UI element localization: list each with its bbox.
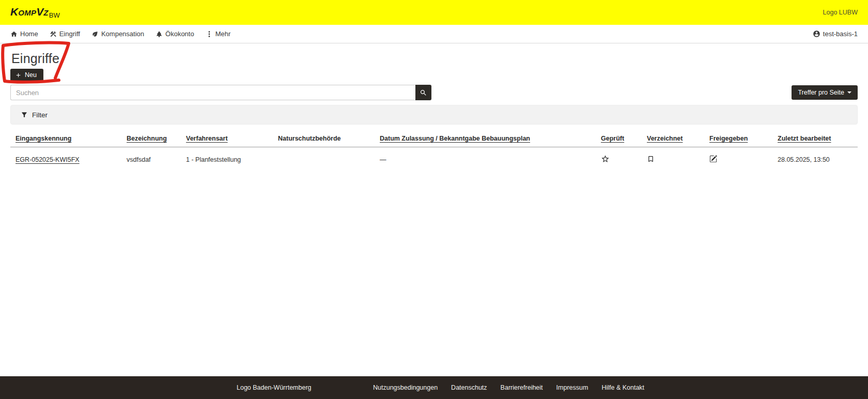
column-header-eingangskennung: Eingangskennung <box>10 129 121 147</box>
filter-icon <box>21 111 28 118</box>
user-menu[interactable]: test-basis-1 <box>813 30 858 38</box>
more-vert-icon <box>206 30 213 38</box>
nav-item-label: Mehr <box>215 30 231 38</box>
table-header-row: Eingangskennung Bezeichnung Verfahrensar… <box>10 129 858 147</box>
sort-link[interactable]: Bezeichnung <box>127 135 167 142</box>
footer-link-datenschutz[interactable]: Datenschutz <box>451 384 487 391</box>
sort-link[interactable]: Eingangskennung <box>16 135 71 142</box>
table-row: EGR-052025-KWI5FX vsdfsdaf 1 - Planfests… <box>10 147 858 172</box>
nav-item-kompensation[interactable]: Kompensation <box>91 30 144 38</box>
edit-square-icon[interactable] <box>709 155 717 163</box>
sort-link[interactable]: Zuletzt bearbeitet <box>778 135 831 142</box>
chevron-down-icon <box>847 91 851 94</box>
plus-icon <box>15 72 22 79</box>
footer-link-nutzungsbedingungen[interactable]: Nutzungsbedingungen <box>373 384 438 391</box>
nav-item-eingriff[interactable]: Eingriff <box>50 30 80 38</box>
column-header-datum-zulassung: Datum Zulassung / Bekanntgabe Bebauungsp… <box>375 129 596 147</box>
leaf-icon <box>91 30 99 38</box>
nav-item-label: Kompensation <box>101 30 144 38</box>
footer-link-hilfe-kontakt[interactable]: Hilfe & Kontakt <box>601 384 644 391</box>
nav-item-oekokonto[interactable]: Ökokonto <box>156 30 194 38</box>
sort-link[interactable]: Verfahrensart <box>186 135 228 142</box>
new-button[interactable]: Neu <box>10 69 43 81</box>
column-header-verfahrensart: Verfahrensart <box>181 129 273 147</box>
nav-item-mehr[interactable]: Mehr <box>206 30 231 38</box>
sort-link[interactable]: Geprüft <box>601 135 624 142</box>
cell-verfahrensart: 1 - Planfeststellung <box>181 147 273 172</box>
footer-link-barrierefreiheit[interactable]: Barrierefreiheit <box>501 384 543 391</box>
eingriff-link[interactable]: EGR-052025-KWI5FX <box>16 156 80 163</box>
app-logo-sub: BW <box>49 11 60 19</box>
cell-verzeichnet <box>642 147 704 172</box>
results-table: Eingangskennung Bezeichnung Verfahrensar… <box>10 129 858 171</box>
filter-label: Filter <box>32 111 48 119</box>
nav-item-home[interactable]: Home <box>10 30 38 38</box>
search-input[interactable] <box>10 85 415 100</box>
search-icon <box>420 89 427 97</box>
footer-inner: Logo Baden-Würrtemberg Nutzungsbedingung… <box>0 376 868 399</box>
app-header: KompVzBW Logo LUBW <box>0 0 868 25</box>
search-input-group <box>10 85 431 100</box>
cell-zuletzt-bearbeitet: 28.05.2025, 13:50 <box>772 147 858 172</box>
column-header-verzeichnet: Verzeichnet <box>642 129 704 147</box>
cell-naturschutzbehoerde <box>273 147 375 172</box>
sort-link[interactable]: Verzeichnet <box>647 135 683 142</box>
nav-item-label: Ökokonto <box>165 30 194 38</box>
bookmark-outline-icon[interactable] <box>647 155 655 163</box>
cell-datum-zulassung: — <box>375 147 596 172</box>
star-outline-icon[interactable] <box>601 155 610 163</box>
footer-link-impressum[interactable]: Impressum <box>556 384 588 391</box>
app-logo: KompVzBW <box>10 6 60 19</box>
bw-logo-placeholder: Logo Baden-Würrtemberg <box>237 384 312 391</box>
tools-icon <box>50 30 57 38</box>
nav-items: Home Eingriff Kompensation Ökokonto Mehr <box>10 30 230 38</box>
column-header-naturschutzbehoerde: Naturschutzbehörde <box>273 129 375 147</box>
results-per-page-button[interactable]: Treffer pro Seite <box>792 85 858 100</box>
column-header-freigegeben: Freigegeben <box>704 129 772 147</box>
content-area: Eingriffe Neu Treffer pro Seite Filter E… <box>0 51 868 171</box>
page-title: Eingriffe <box>11 51 858 66</box>
account-icon <box>813 30 820 38</box>
user-name: test-basis-1 <box>823 30 858 38</box>
cell-bezeichnung: vsdfsdaf <box>121 147 181 172</box>
main-navbar: Home Eingriff Kompensation Ökokonto Mehr… <box>0 25 868 43</box>
search-button[interactable] <box>415 85 431 100</box>
cell-geprueft <box>596 147 642 172</box>
column-header-zuletzt-bearbeitet: Zuletzt bearbeitet <box>772 129 858 147</box>
app-logo-text: KompVz <box>10 6 49 18</box>
cell-freigegeben <box>704 147 772 172</box>
new-button-label: Neu <box>25 71 37 79</box>
column-header-geprueft: Geprüft <box>596 129 642 147</box>
home-icon <box>10 30 18 38</box>
results-per-page-label: Treffer pro Seite <box>798 89 844 96</box>
tree-icon <box>156 30 163 38</box>
sort-link[interactable]: Freigegeben <box>709 135 748 142</box>
sort-link[interactable]: Datum Zulassung / Bekanntgabe Bebauungsp… <box>380 135 530 142</box>
footer-links: Nutzungsbedingungen Datenschutz Barriere… <box>373 384 644 391</box>
column-label: Naturschutzbehörde <box>278 135 341 142</box>
cell-eingangskennung: EGR-052025-KWI5FX <box>10 147 121 172</box>
page-footer: Logo Baden-Würrtemberg Nutzungsbedingung… <box>0 376 868 399</box>
filter-panel-toggle[interactable]: Filter <box>10 105 858 125</box>
lubw-logo-placeholder: Logo LUBW <box>823 9 858 16</box>
column-header-bezeichnung: Bezeichnung <box>121 129 181 147</box>
nav-item-label: Eingriff <box>59 30 80 38</box>
nav-item-label: Home <box>20 30 38 38</box>
search-row: Treffer pro Seite <box>10 85 858 100</box>
